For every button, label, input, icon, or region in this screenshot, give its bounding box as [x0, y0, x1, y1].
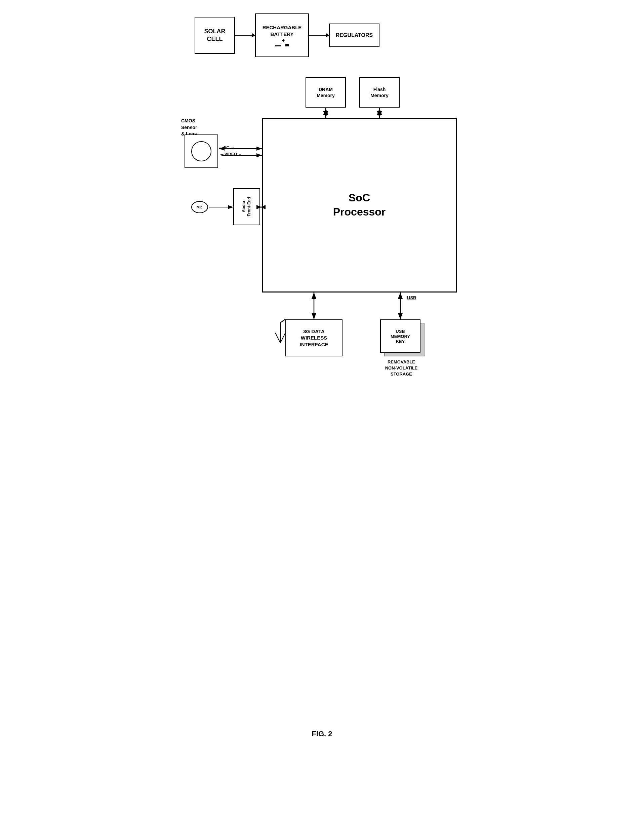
usb-memory-box: USBMEMORYKEY: [380, 319, 420, 353]
flash-label: FlashMemory: [370, 86, 389, 98]
fig-label-text: FIG. 2: [311, 730, 332, 738]
usb-memory-label: USBMEMORYKEY: [391, 329, 410, 344]
soc-processor-box: SoCProcessor: [262, 118, 457, 293]
flash-memory-box: FlashMemory: [359, 77, 400, 107]
video-label: ─ VIDEO →: [221, 152, 242, 156]
3g-data-label: 3G DATAWIRELESSINTERFACE: [299, 328, 328, 348]
solar-cell-box: SOLARCELL: [195, 17, 235, 54]
main-section: DRAMMemory FlashMemory SoCProcessor CMOS…: [181, 77, 463, 400]
regulators-label: REGULATORS: [336, 32, 373, 39]
3g-data-box: 3G DATAWIRELESSINTERFACE: [285, 319, 342, 356]
figure-label: FIG. 2: [181, 730, 463, 738]
svg-line-12: [275, 333, 280, 343]
diagram: SOLARCELL RECHARGABLEBATTERY + REGULATOR…: [181, 14, 463, 738]
i2c-label: ← I²C →: [219, 145, 235, 150]
regulators-box: REGULATORS: [329, 23, 379, 47]
solar-to-battery-arrow: [235, 32, 255, 39]
battery-title-label: RECHARGABLEBATTERY: [262, 24, 302, 37]
mic-component: Mic: [191, 201, 208, 213]
battery-to-regulators-arrow: [309, 32, 329, 39]
cmos-lens: [191, 141, 212, 161]
solar-cell-label: SOLARCELL: [204, 28, 225, 43]
mic-label: Mic: [196, 205, 203, 209]
top-section: SOLARCELL RECHARGABLEBATTERY + REGULATOR…: [181, 14, 463, 57]
dram-memory-box: DRAMMemory: [305, 77, 346, 107]
svg-line-11: [280, 333, 285, 343]
dram-label: DRAMMemory: [317, 86, 335, 98]
svg-line-14: [280, 319, 285, 323]
usb-connection-label: USB: [407, 295, 416, 300]
battery-symbol: +: [275, 40, 289, 46]
battery-box: RECHARGABLEBATTERY +: [255, 14, 309, 57]
cmos-camera-box: [184, 135, 218, 168]
removable-storage-label: REMOVABLENON-VOLATILESTORAGE: [374, 359, 428, 377]
audio-frontend-box: AudioFront-End: [233, 188, 260, 225]
audio-label: AudioFront-End: [241, 197, 252, 216]
soc-label: SoCProcessor: [333, 191, 386, 219]
svg-line-15: [280, 319, 285, 323]
